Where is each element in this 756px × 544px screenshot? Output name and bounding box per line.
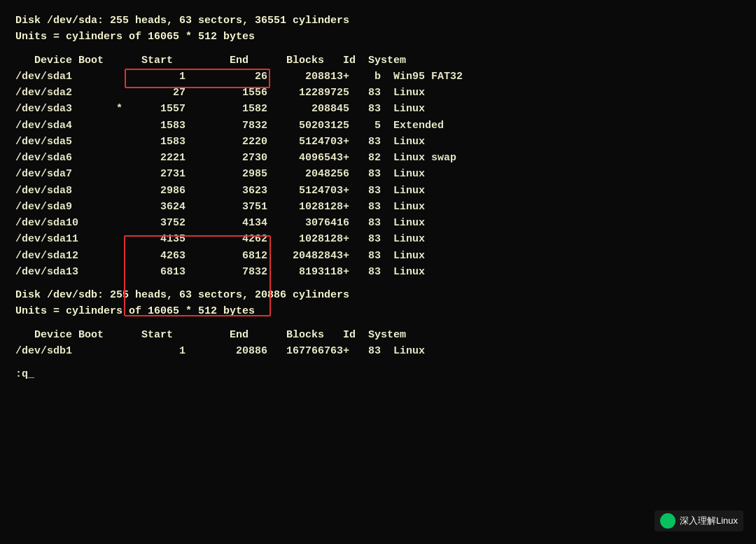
watermark-label: 深入理解Linux bbox=[680, 515, 738, 527]
table-row: /dev/sda13 6813 7832 8193118+ 83 Linux bbox=[15, 264, 741, 280]
table-row: /dev/sda11 4135 4262 1028128+ 83 Linux bbox=[15, 231, 741, 247]
sda-rows: /dev/sda1 1 26 208813+ b Win95 FAT32/dev… bbox=[15, 69, 741, 280]
watermark-icon bbox=[660, 513, 676, 529]
sdb-table-header: Device Boot Start End Blocks Id System bbox=[15, 327, 741, 343]
table-row: /dev/sda12 4263 6812 20482843+ 83 Linux bbox=[15, 248, 741, 264]
table-row: /dev/sda7 2731 2985 2048256 83 Linux bbox=[15, 166, 741, 182]
table-row: /dev/sda2 27 1556 12289725 83 Linux bbox=[15, 85, 741, 101]
table-row: /dev/sda3 * 1557 1582 208845 83 Linux bbox=[15, 101, 741, 117]
sda-header2: Units = cylinders of 16065 * 512 bytes bbox=[15, 29, 741, 45]
sda-table: Device Boot Start End Blocks Id System /… bbox=[15, 53, 741, 281]
terminal-window: Disk /dev/sda: 255 heads, 63 sectors, 36… bbox=[0, 0, 756, 544]
table-row: /dev/sda5 1583 2220 5124703+ 83 Linux bbox=[15, 134, 741, 150]
sda-table-header: Device Boot Start End Blocks Id System bbox=[15, 53, 741, 69]
table-row: /dev/sdb1 1 20886 167766763+ 83 Linux bbox=[15, 343, 741, 359]
table-row: /dev/sda1 1 26 208813+ b Win95 FAT32 bbox=[15, 69, 741, 85]
table-row: /dev/sda8 2986 3623 5124703+ 83 Linux bbox=[15, 183, 741, 199]
table-row: /dev/sda10 3752 4134 3076416 83 Linux bbox=[15, 215, 741, 231]
watermark: 深入理解Linux bbox=[654, 510, 743, 531]
table-row: /dev/sda6 2221 2730 4096543+ 82 Linux sw… bbox=[15, 150, 741, 166]
sdb-header1: Disk /dev/sdb: 255 heads, 63 sectors, 20… bbox=[15, 287, 741, 303]
sdb-rows: /dev/sdb1 1 20886 167766763+ 83 Linux bbox=[15, 343, 741, 359]
sdb-header2: Units = cylinders of 16065 * 512 bytes bbox=[15, 303, 741, 319]
sda-header1: Disk /dev/sda: 255 heads, 63 sectors, 36… bbox=[15, 13, 741, 29]
prompt-line: :q_ bbox=[15, 366, 741, 382]
table-row: /dev/sda9 3624 3751 1028128+ 83 Linux bbox=[15, 199, 741, 215]
table-row: /dev/sda4 1583 7832 50203125 5 Extended bbox=[15, 118, 741, 134]
